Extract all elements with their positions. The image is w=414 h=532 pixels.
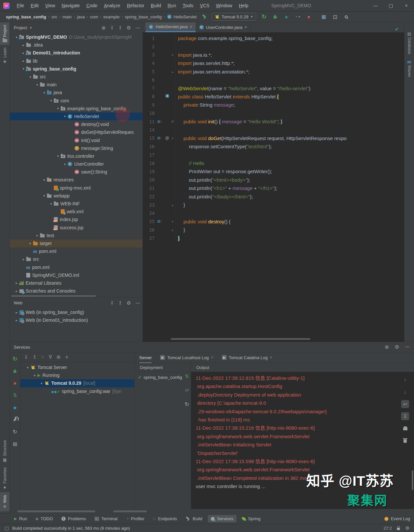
fold-collapsed-icon[interactable]: ⊞ [171,120,174,123]
tree-item-pom-xml[interactable]: m pom.xml [10,263,142,271]
deployment-item[interactable]: ✔ spring_base_config [135,372,191,380]
caret-position[interactable]: 27:2 [383,526,392,531]
tool-window-button-structure[interactable]: Structure▦ [0,438,10,465]
menu-analyze[interactable]: Analyze [101,0,124,11]
tree-item-message-string[interactable]: f message:String [10,144,142,152]
tree-item-web-xml[interactable]: web.xml [10,208,142,215]
chevron-right-icon[interactable]: ▸ [14,318,19,322]
fold-end-icon[interactable]: ▴ [172,203,173,207]
chevron-right-icon[interactable]: ▸ [14,311,19,314]
chevron-right-icon[interactable]: ▸ [21,59,26,63]
run-button[interactable]: ↻ [261,13,267,20]
log-output[interactable]: 11-Dec-2022 17:39:12.815 信息 [Catalina-ut… [191,372,399,509]
services-list-button[interactable]: ▤ [12,440,18,447]
tree-item-web-inf[interactable]: ▾ WEB-INF [10,200,142,208]
services-debug-button[interactable] [12,368,18,374]
scroll-up-icon[interactable]: ↑ [401,376,409,384]
tree-item-src[interactable]: ▾ src [10,73,142,81]
chevron-down-icon[interactable]: ▾ [41,178,47,182]
tool-window-button-services[interactable]: Services [208,515,236,522]
print-icon[interactable] [401,424,409,432]
tree-item-helloservlet[interactable]: ▾ C HelloServlet [10,113,142,120]
fold-open-icon[interactable]: ▾ [172,53,173,57]
code-line[interactable]: 24 [143,209,404,217]
tool-window-button-todo[interactable]: ≡TODO [33,515,56,523]
chevron-down-icon[interactable]: ▾ [62,114,68,118]
breadcrumb-item-java[interactable]: java [77,14,85,19]
tool-window-button-build[interactable]: Build [183,515,205,522]
services-deploy-button[interactable]: ⇅ [12,392,18,399]
code-line[interactable]: 21 out.println("<h1>" + message + "</h1>… [143,184,404,192]
tree-item-tomcat-9-0-29[interactable]: ▾ Tomcat 9.0.29 [local] [20,379,134,387]
tree-item-demo01-introduction[interactable]: ▸ Demo01_introduction [10,49,142,57]
settings-gear-icon[interactable]: ⚙ [395,344,399,350]
tree-item-success-jsp[interactable]: success.jsp [10,224,142,232]
run-configuration-select[interactable]: Tomcat 9.0.29 ▼ [212,13,256,21]
code-line[interactable]: 23 ▴ } [143,201,404,209]
code-line[interactable]: 26 ▴ } [143,226,404,234]
services-hscrollbars[interactable] [10,509,414,514]
tool-window-button-endpoints[interactable]: ∷Endpoints [150,515,180,522]
class-marker-icon[interactable] [165,94,169,98]
redeploy-icon[interactable]: ⇅ [185,374,189,379]
tree-item-spring-base-config-war[interactable]: ◆◆✔ spring_base_config:war [Syn [20,387,134,395]
tool-window-button-learn[interactable]: Learn◈ [0,45,10,66]
soft-wrap-icon[interactable]: ↩ [401,400,409,408]
fold-end-icon[interactable]: ▴ [172,70,173,73]
locate-icon[interactable]: ⊕ [385,344,389,350]
clear-log-icon[interactable] [401,437,409,444]
tree-item-resources[interactable]: ▾ resources [10,176,142,184]
code-line[interactable]: 9 private String message; [143,101,404,109]
tree-item-idea[interactable]: ▸ .idea [10,41,142,49]
settings-gear-icon[interactable]: ⚙ [127,25,131,31]
status-message[interactable]: Build completed successfully in 1 sec, 5… [12,526,130,531]
close-tab-icon[interactable]: × [190,25,192,29]
tree-item-target[interactable]: ▸ target [10,239,142,247]
tree-item-external-libraries[interactable]: ▸ External Libraries [10,279,142,287]
locate-icon[interactable]: ⊕ [101,25,106,31]
chevron-right-icon[interactable]: ▸ [34,234,40,237]
code-line[interactable]: 27 } [143,234,404,242]
tree-item-src[interactable]: ▸ src [10,255,142,263]
code-line[interactable]: 18 // Hello [143,159,404,167]
lock-icon[interactable] [397,528,400,530]
tool-window-button-favorites[interactable]: Favorites★ [0,465,10,492]
menu-vcs[interactable]: VCS [197,0,213,11]
code-line[interactable]: 15 O↑ @ ▾ public void doGet(HttpServletR… [143,134,404,142]
editor-tab-usercontroller-java[interactable]: C UserController.java × [196,22,251,32]
hide-panel-icon[interactable]: — [136,25,140,30]
inspection-ok-icon[interactable]: ✔ [395,26,399,32]
code-line[interactable]: 22 out.println("</body></html>"); [143,192,404,200]
profiler-button[interactable]: ◔▼ [294,13,301,20]
breadcrumb-item-com[interactable]: com [90,14,98,19]
refresh-icon[interactable]: ↻ [185,401,189,407]
close-button[interactable]: × [399,0,414,11]
menu-edit[interactable]: Edit [28,0,42,11]
services-tab-tomcat-localhost-log[interactable]: ▶ Tomcat Localhost Log × [160,352,213,363]
services-stop-button[interactable]: ■ [12,380,18,386]
code-line[interactable]: 3 ▾ import java.io.*; [143,51,404,59]
menu-help[interactable]: Help [235,0,251,11]
close-tab-icon[interactable]: × [245,25,247,30]
chevron-down-icon[interactable]: ▾ [62,162,68,166]
code-line[interactable]: 6 [143,76,404,84]
menu-navigate[interactable]: Navigate [58,0,83,11]
services-toolbar-group-button[interactable]: ∷ [41,355,44,359]
tree-item-web-in-spring-base-config[interactable]: ▸ Web (in spring_base_config) [10,308,142,316]
scroll-down-icon[interactable]: ↓ [401,388,409,396]
maximize-button[interactable]: ▢ [383,0,399,11]
chevron-down-icon[interactable]: ▾ [39,381,44,385]
tool-window-button-problems[interactable]: !Problems [58,515,89,522]
tree-item-destroy-void[interactable]: m destroy():void [10,120,142,128]
code-editor[interactable]: 1 package com.example.spring_base_config… [143,32,404,342]
tool-window-button-project[interactable]: Project [0,22,10,45]
collapse-all-icon[interactable]: ↥ [119,300,122,305]
chevron-down-icon[interactable]: ▾ [48,202,54,206]
breadcrumb-item-example[interactable]: example [103,14,120,19]
code-line[interactable]: 19 PrintWriter out = response.getWriter(… [143,167,404,175]
tree-item-pom-xml[interactable]: m pom.xml [10,247,142,255]
services-toolbar-add-button[interactable]: + [65,354,68,360]
notifications-gear-icon[interactable]: ⚙ [405,525,409,531]
code-line[interactable]: 7 @WebServlet(name = "helloServlet", val… [143,84,404,92]
project-panel-title[interactable]: Project [14,25,27,30]
